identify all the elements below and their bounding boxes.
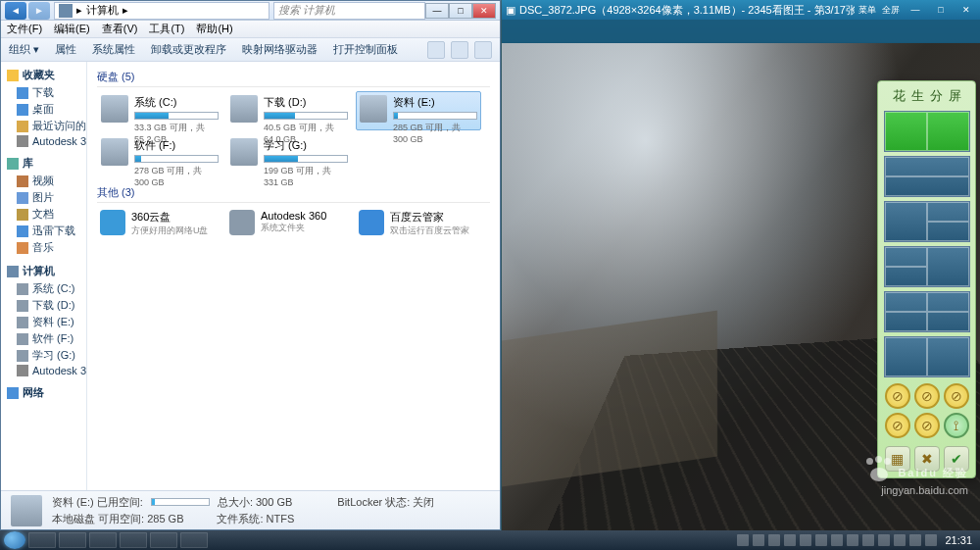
taskbar-clock[interactable]: 21:31 xyxy=(941,534,976,546)
layout-2-1[interactable] xyxy=(884,246,970,287)
sidebar-item-xunlei[interactable]: 迅雷下载 xyxy=(1,223,86,239)
sidebar-item-drive-e[interactable]: 资料 (E:) xyxy=(1,314,86,330)
taskbar-item[interactable] xyxy=(180,532,208,548)
drive-item[interactable]: 系统 (C:)33.3 GB 可用，共 55.2 GB xyxy=(97,91,222,130)
layout-4grid[interactable] xyxy=(884,291,970,332)
menu-view[interactable]: 查看(V) xyxy=(102,22,138,36)
tray-icon[interactable] xyxy=(737,534,749,546)
taskbar: 21:31 xyxy=(0,530,980,550)
sidebar-item-recent[interactable]: 最近访问的位置 xyxy=(1,118,86,134)
tb-properties[interactable]: 属性 xyxy=(55,42,76,57)
close-button[interactable]: ✕ xyxy=(472,3,496,19)
viewer-min-button[interactable]: — xyxy=(906,3,925,17)
minimize-button[interactable]: — xyxy=(425,3,449,19)
taskbar-item[interactable] xyxy=(120,532,147,548)
nav-back-button[interactable]: ◄ xyxy=(5,2,26,20)
splitter-btn-1[interactable]: ⊘ xyxy=(885,383,910,409)
tray-icon[interactable] xyxy=(768,534,780,546)
tray-icon[interactable] xyxy=(909,534,921,546)
sidebar-item-music[interactable]: 音乐 xyxy=(1,239,86,256)
sidebar-item-drive-f[interactable]: 软件 (F:) xyxy=(1,330,86,347)
menu-edit[interactable]: 编辑(E) xyxy=(54,22,90,36)
taskbar-item[interactable] xyxy=(59,532,86,548)
splitter-btn-3[interactable]: ⊘ xyxy=(944,383,969,409)
drives-section-head[interactable]: 硬盘 (5) xyxy=(97,68,490,87)
sidebar-item-downloads[interactable]: 下载 xyxy=(1,84,86,101)
status-free: 本地磁盘 可用空间: 285 GB xyxy=(52,512,183,526)
splitter-btn-5[interactable]: ⊘ xyxy=(914,413,940,438)
sidebar-item-documents[interactable]: 文档 xyxy=(1,206,86,223)
viewer-menu[interactable]: 菜单 xyxy=(858,4,876,17)
other-item[interactable]: 百度云管家双击运行百度云管家 xyxy=(356,207,481,240)
drive-item[interactable]: 学习 (G:)199 GB 可用，共 331 GB xyxy=(226,134,352,174)
splitter-tool-3[interactable]: ✔ xyxy=(944,446,969,472)
search-input[interactable]: 搜索 计算机 xyxy=(273,2,425,20)
tray-icon[interactable] xyxy=(847,534,858,546)
viewer-max-button[interactable]: □ xyxy=(931,3,951,17)
drive-icon xyxy=(230,138,258,166)
help-icon[interactable] xyxy=(474,41,492,59)
tray-icon[interactable] xyxy=(894,534,906,546)
tb-controlpanel[interactable]: 打开控制面板 xyxy=(333,42,398,57)
maximize-button[interactable]: □ xyxy=(449,3,472,19)
tb-mapdrive[interactable]: 映射网络驱动器 xyxy=(242,42,318,57)
taskbar-item[interactable] xyxy=(89,532,117,548)
sidebar-item-desktop[interactable]: 桌面 xyxy=(1,101,86,118)
splitter-tool-1[interactable]: ▦ xyxy=(885,446,910,472)
layout-2col[interactable] xyxy=(884,111,970,152)
drive-item[interactable]: 资料 (E:)285 GB 可用，共 300 GB xyxy=(356,91,481,130)
breadcrumb[interactable]: ▸ 计算机 ▸ xyxy=(54,2,270,20)
drive-name: 资料 (E:) xyxy=(393,95,477,110)
menu-tools[interactable]: 工具(T) xyxy=(149,22,184,36)
breadcrumb-root[interactable]: 计算机 xyxy=(86,3,119,18)
layout-2row[interactable] xyxy=(884,156,970,197)
sidebar-favorites-head[interactable]: 收藏夹 xyxy=(1,66,86,84)
tray-icon[interactable] xyxy=(800,534,811,546)
tray-icon[interactable] xyxy=(878,534,890,546)
app-icon xyxy=(229,210,255,235)
drive-item[interactable]: 下载 (D:)40.5 GB 可用，共 64.0 GB xyxy=(226,91,352,130)
splitter-tool-2[interactable]: ✖ xyxy=(914,446,940,472)
tb-sysprops[interactable]: 系统属性 xyxy=(92,42,135,57)
sidebar-item-drive-c[interactable]: 系统 (C:) xyxy=(1,280,86,297)
tray-icon[interactable] xyxy=(925,534,937,546)
other-item[interactable]: Autodesk 360系统文件夹 xyxy=(226,207,352,240)
menu-help[interactable]: 帮助(H) xyxy=(196,22,232,36)
tray-icon[interactable] xyxy=(815,534,827,546)
menu-file[interactable]: 文件(F) xyxy=(7,22,42,36)
split-screen-tool[interactable]: 花生分屏 ⊘ ⊘ ⊘ ⊘ ⊘ ⟟ ▦ ✖ ✔ xyxy=(877,80,976,478)
sidebar-item-pictures[interactable]: 图片 xyxy=(1,189,86,206)
view-mode-icon[interactable] xyxy=(427,41,445,59)
sidebar-item-drive-g[interactable]: 学习 (G:) xyxy=(1,347,86,364)
sidebar-network-head[interactable]: 网络 xyxy=(1,383,86,402)
splitter-btn-4[interactable]: ⊘ xyxy=(885,413,910,438)
viewer-toolbar[interactable] xyxy=(502,20,980,43)
taskbar-item[interactable] xyxy=(28,532,56,548)
sidebar-item-autodesk[interactable]: Autodesk 360 xyxy=(1,134,86,148)
sidebar-computer-head[interactable]: 计算机 xyxy=(1,262,86,280)
tray-icon[interactable] xyxy=(784,534,796,546)
start-button[interactable] xyxy=(4,531,25,549)
status-bitlocker: BitLocker 状态: 关闭 xyxy=(337,495,434,510)
tray-icon[interactable] xyxy=(862,534,874,546)
sidebar-item-drive-d[interactable]: 下载 (D:) xyxy=(1,297,86,314)
layout-1-2[interactable] xyxy=(884,201,970,242)
nav-forward-button[interactable]: ► xyxy=(28,2,50,20)
drive-item[interactable]: 软件 (F:)278 GB 可用，共 300 GB xyxy=(97,134,222,174)
layout-2col-alt[interactable] xyxy=(884,336,970,377)
viewer-fullscreen[interactable]: 全屏 xyxy=(882,4,900,17)
tb-uninstall[interactable]: 卸载或更改程序 xyxy=(151,42,226,57)
splitter-btn-2[interactable]: ⊘ xyxy=(914,383,940,409)
drive-stat: 278 GB 可用，共 300 GB xyxy=(134,165,219,187)
sidebar-item-autodesk360[interactable]: Autodesk 360 xyxy=(1,364,86,377)
sidebar-libraries-head[interactable]: 库 xyxy=(1,154,86,173)
tray-icon[interactable] xyxy=(831,534,843,546)
tb-organize[interactable]: 组织 ▾ xyxy=(9,42,39,57)
other-item[interactable]: 360云盘方便好用的网络U盘 xyxy=(97,207,222,240)
preview-pane-icon[interactable] xyxy=(451,41,468,59)
sidebar-item-videos[interactable]: 视频 xyxy=(1,173,86,189)
splitter-btn-6[interactable]: ⟟ xyxy=(944,413,969,438)
taskbar-item[interactable] xyxy=(150,532,177,548)
viewer-close-button[interactable]: ✕ xyxy=(956,3,976,17)
tray-icon[interactable] xyxy=(753,534,764,546)
